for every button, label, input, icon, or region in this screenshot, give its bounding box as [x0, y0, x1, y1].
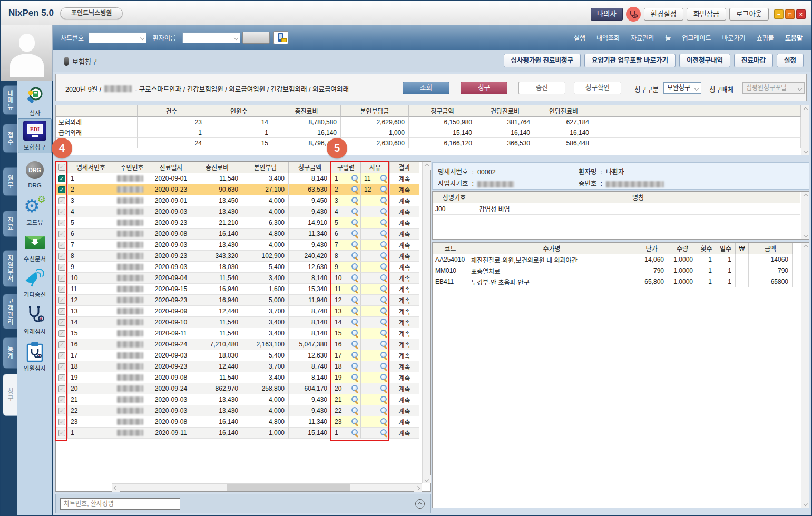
magnifier-icon[interactable] [380, 197, 388, 205]
row-checkbox[interactable]: ✓ [58, 297, 65, 304]
summary-row[interactable]: 계24158,796,7202,630,6006,166,120366,5305… [56, 138, 801, 148]
claim-row[interactable]: ✓ 23 2020-09-08 16,140 4,800 11,340 23 계… [56, 416, 420, 428]
settings-button[interactable]: 환경설정 [644, 8, 683, 21]
magnifier-icon[interactable] [351, 263, 359, 271]
magnifier-icon[interactable] [380, 175, 388, 183]
scroll-up-icon[interactable] [801, 192, 809, 200]
scroll-left-icon[interactable] [112, 484, 120, 492]
patient-name-select[interactable] [182, 32, 240, 43]
scroll-down-icon[interactable] [801, 231, 809, 239]
magnifier-icon[interactable] [380, 274, 388, 282]
summary-row[interactable]: 보험외래23148,780,5802,629,6006,150,980381,7… [56, 117, 801, 127]
search-button[interactable] [242, 32, 270, 44]
magnifier-icon[interactable] [351, 208, 359, 216]
select-all-checkbox[interactable]: ✓ [58, 164, 65, 171]
magnifier-icon[interactable] [380, 429, 388, 437]
row-checkbox[interactable]: ✓ [58, 186, 65, 193]
menu-item[interactable]: 실행 [574, 33, 585, 42]
sidebar-tab[interactable]: 접수 [3, 124, 17, 153]
row-checkbox[interactable]: ✓ [58, 419, 65, 425]
magnifier-icon[interactable] [380, 208, 388, 216]
row-checkbox[interactable]: ✓ [58, 430, 65, 436]
screen-lock-button[interactable]: 화면잠금 [687, 8, 726, 21]
claims-hscrollbar[interactable] [112, 483, 422, 491]
sidebar-item-satellite[interactable]: 기타송신 [18, 266, 52, 301]
sidebar-tab[interactable]: 진료 [3, 211, 17, 237]
magnifier-icon[interactable] [380, 330, 388, 338]
send-button[interactable]: 송신 [518, 82, 565, 94]
magnifier-icon[interactable] [351, 186, 359, 194]
claim-row[interactable]: ✓ 20 2020-09-24 862,970 258,800 604,170 … [56, 383, 420, 394]
claims-vscrollbar[interactable] [422, 162, 430, 483]
claim-row[interactable]: ✓ 14 2020-09-10 11,540 3,400 8,140 14 계속 [56, 317, 420, 328]
menu-item[interactable]: 툴 [665, 33, 671, 42]
row-checkbox[interactable]: ✓ [58, 242, 65, 249]
disease-scrollbar[interactable] [801, 192, 809, 239]
row-checkbox[interactable]: ✓ [58, 341, 65, 348]
logout-button[interactable]: 로그아웃 [729, 8, 769, 21]
close-button[interactable]: × [796, 9, 806, 19]
magnifier-icon[interactable] [351, 407, 359, 415]
magnifier-icon[interactable] [380, 407, 388, 415]
magnifier-icon[interactable] [380, 363, 388, 371]
magnifier-icon[interactable] [351, 285, 359, 293]
magnifier-icon[interactable] [351, 175, 359, 183]
row-checkbox[interactable]: ✓ [58, 264, 65, 271]
claim-row[interactable]: ✓ 1 2020-09-11 16,140 1,000 15,140 1 계속 [56, 428, 420, 439]
claim-row[interactable]: ✓ 16 2020-09-24 7,210,480 2,163,100 5,04… [56, 339, 420, 350]
magnifier-icon[interactable] [380, 230, 388, 238]
scroll-up-icon[interactable] [801, 243, 809, 251]
menu-item[interactable]: 바로가기 [722, 33, 746, 42]
scroll-up-icon[interactable] [801, 105, 809, 113]
query-button[interactable]: 조회 [403, 82, 449, 94]
claim-row[interactable]: ✓ 18 2020-09-23 12,440 3,700 8,740 18 계속 [56, 361, 420, 372]
sidebar-tab[interactable]: 고객관리 [3, 294, 17, 329]
sidebar-item-edi-monitor[interactable]: EDI보험청구 [18, 118, 52, 153]
magnifier-icon[interactable] [380, 341, 388, 349]
claim-row[interactable]: ✓ 13 2020-09-09 12,440 3,700 8,740 13 계속 [56, 306, 420, 317]
claim-row[interactable]: ✓ 7 2020-09-03 13,430 4,000 9,430 7 계속 [56, 240, 420, 251]
magnifier-icon[interactable] [380, 296, 388, 304]
row-checkbox[interactable]: ✓ [58, 330, 65, 337]
summary-scrollbar[interactable] [801, 105, 809, 155]
claim-row[interactable]: ✓ 2 2020-09-23 90,630 27,100 63,530 2 12… [56, 184, 420, 195]
magnifier-icon[interactable] [380, 252, 388, 260]
scroll-down-icon[interactable] [801, 500, 809, 508]
magnifier-icon[interactable] [380, 186, 388, 194]
magnifier-icon[interactable] [351, 197, 359, 205]
chart-number-select[interactable] [89, 32, 146, 43]
summary-row[interactable]: 급여외래1116,1401,00015,14016,14016,140 [56, 127, 801, 138]
sidebar-tab[interactable]: 통계 [3, 337, 17, 369]
magnifier-icon[interactable] [351, 429, 359, 437]
menu-item[interactable]: 쇼핑몰 [757, 33, 774, 42]
magnifier-icon[interactable] [351, 307, 359, 315]
magnifier-icon[interactable] [351, 274, 359, 282]
claim-row[interactable]: ✓ 6 2020-09-08 16,140 4,800 11,340 6 계속 [56, 229, 420, 240]
magnifier-icon[interactable] [351, 241, 359, 249]
magnifier-icon[interactable] [351, 252, 359, 260]
sidebar-item-audit-magnifier[interactable]: 심사 [18, 84, 52, 119]
magnifier-icon[interactable] [380, 385, 388, 393]
maximize-button[interactable]: □ [785, 9, 795, 19]
claim-row[interactable]: ✓ 9 2020-09-03 18,030 5,400 12,630 9 계속 [56, 262, 420, 273]
magnifier-icon[interactable] [351, 363, 359, 371]
sidebar-tab[interactable]: 원무 [3, 167, 17, 196]
magnifier-icon[interactable] [380, 396, 388, 404]
codes-scrollbar[interactable] [801, 243, 809, 508]
sidebar-item-gears[interactable]: ⚙⚙코드뷰 [18, 194, 52, 229]
claim-confirm-button[interactable]: 청구확인 [574, 82, 621, 94]
magnifier-icon[interactable] [380, 285, 388, 293]
config-button[interactable]: 설정 [777, 54, 804, 67]
row-checkbox[interactable]: ✓ [58, 408, 65, 414]
magnifier-icon[interactable] [351, 219, 359, 227]
claim-type-select[interactable]: 보완청구 [663, 82, 701, 94]
row-checkbox[interactable]: ✓ [58, 385, 65, 392]
claim-row[interactable]: ✓ 21 2020-09-03 13,430 4,000 9,430 21 계속 [56, 394, 420, 405]
magnifier-icon[interactable] [351, 330, 359, 338]
row-checkbox[interactable]: ✓ [58, 175, 65, 182]
sidebar-tab[interactable]: 청구 [3, 374, 17, 416]
magnifier-icon[interactable] [380, 219, 388, 227]
menu-item[interactable]: 내역조회 [596, 33, 620, 42]
quick-search-input[interactable] [60, 498, 180, 510]
magnifier-icon[interactable] [351, 352, 359, 360]
